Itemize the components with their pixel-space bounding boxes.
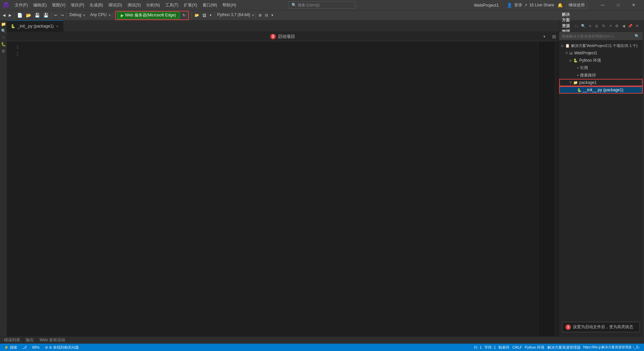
se-search-button[interactable]: 🔍 bbox=[580, 23, 586, 29]
right-panel-handle[interactable] bbox=[643, 20, 644, 336]
toolbar-img-button[interactable]: 🖼 bbox=[201, 12, 208, 19]
python-label[interactable]: Python 3.7 (64-bit) bbox=[216, 12, 252, 19]
menu-help[interactable]: 帮助(H) bbox=[220, 0, 239, 10]
editor-scrollbar[interactable] bbox=[555, 41, 559, 336]
startup-expand-button[interactable]: ⊞ bbox=[552, 34, 556, 39]
toolbar-sep-2 bbox=[51, 12, 52, 18]
status-git[interactable]: ⎇ bbox=[21, 344, 28, 351]
run-button[interactable]: ▶ Web 服务器(Microsoft Edge) bbox=[117, 12, 180, 19]
liveshare-label[interactable]: 16 Live Share bbox=[529, 3, 554, 7]
se-settings-button[interactable]: ⚙ bbox=[614, 23, 620, 29]
minimize-button[interactable]: — bbox=[595, 0, 610, 10]
status-encoding[interactable]: CRLF bbox=[511, 345, 523, 349]
toolbar-save-button[interactable]: 💾 bbox=[33, 12, 41, 19]
refresh-button[interactable]: ↻ bbox=[181, 12, 187, 19]
menu-edit[interactable]: 编辑(E) bbox=[31, 0, 49, 10]
menu-debug[interactable]: 调试(D) bbox=[106, 0, 125, 10]
activity-extensions[interactable]: ⊞ bbox=[1, 48, 6, 54]
tree-item-init-py[interactable]: 🐍 __init__.py (package1) bbox=[559, 86, 643, 94]
se-pin-button[interactable]: 📌 bbox=[627, 23, 633, 29]
toolbar-grid-button[interactable]: ⊞ bbox=[257, 12, 263, 19]
se-close-button[interactable]: ✕ bbox=[634, 23, 640, 29]
error-icon: ⊘ bbox=[45, 345, 48, 350]
toolbar-save-all-button[interactable]: 💾 bbox=[42, 12, 50, 19]
run-label: Web 服务器(Microsoft Edge) bbox=[125, 12, 176, 18]
tree-item-project[interactable]: ▽ 🗂 WebProject1 bbox=[559, 49, 643, 57]
maximize-button[interactable]: □ bbox=[610, 0, 626, 10]
se-sort-button[interactable]: ↑↓ bbox=[574, 23, 580, 29]
hint-bubble: 1 设置为启动文件后，变为高亮状态 bbox=[562, 322, 640, 332]
status-solution-link[interactable]: 解决方案资源管理器 bbox=[546, 345, 582, 350]
editor-tab-init[interactable]: 🐍 _init_.py (package1) × bbox=[7, 20, 63, 32]
status-char[interactable]: 字符: 1 bbox=[483, 345, 497, 350]
tree-item-solution[interactable]: ▷ 📋 解决方案'WebProject1'(1 个项目/共 1 个) bbox=[559, 42, 643, 49]
login-label[interactable]: 登录 bbox=[514, 2, 522, 8]
cpu-config-select[interactable]: Any CPU bbox=[89, 12, 108, 19]
code-editor[interactable] bbox=[20, 41, 538, 336]
toolbar-new-button[interactable]: 📄 bbox=[16, 12, 24, 19]
se-search-input[interactable] bbox=[562, 34, 633, 38]
se-collapse-button[interactable]: ◀ bbox=[621, 23, 627, 29]
solution-link-label: 解决方案资源管理器 bbox=[547, 345, 581, 350]
menu-analyze[interactable]: 分析(N) bbox=[144, 0, 163, 10]
menu-build[interactable]: 生成(B) bbox=[87, 0, 106, 10]
tab-close-button[interactable]: × bbox=[56, 24, 59, 29]
toolbar-redo-button[interactable]: ↪ bbox=[59, 12, 65, 19]
tab-bar: 🐍 _init_.py (package1) × bbox=[7, 20, 559, 32]
toolbar-sep-5 bbox=[192, 12, 192, 18]
url-label: https://blo.g 解决方案资源管理器 ↑_S↓ bbox=[583, 345, 640, 350]
project-name: WebProject1 bbox=[474, 3, 499, 8]
menu-view[interactable]: 视图(V) bbox=[49, 0, 68, 10]
menu-test[interactable]: 测试(S) bbox=[125, 0, 144, 10]
se-target-button[interactable]: ◎ bbox=[594, 23, 600, 29]
hint-text: 设置为启动文件后，变为高亮状态 bbox=[573, 324, 633, 330]
toolbar-undo-button[interactable]: ↩ bbox=[53, 12, 59, 19]
bottom-tab-publish[interactable]: Web 发布活动 bbox=[37, 337, 68, 344]
register-btn[interactable]: 继续使用 bbox=[566, 1, 587, 9]
bottom-tab-errors[interactable]: 错误列表 bbox=[1, 337, 23, 344]
menu-extensions[interactable]: 扩展(X) bbox=[181, 0, 200, 10]
status-indent[interactable]: 制表符 bbox=[497, 345, 511, 350]
activity-git[interactable]: ⑂ bbox=[1, 35, 6, 40]
toolbar-open-button[interactable]: 📂 bbox=[24, 12, 33, 19]
status-zoom[interactable]: 89% bbox=[31, 344, 41, 351]
search-box[interactable]: 🔍 搜索 (Ctrl+Q) bbox=[288, 1, 356, 9]
search-icon: 🔍 bbox=[291, 3, 297, 7]
toolbar-dropdown-button[interactable]: ▾ bbox=[208, 12, 213, 19]
toolbar-undo-group: ↩ ↪ bbox=[53, 12, 65, 19]
startup-dropdown[interactable]: ▾ bbox=[543, 34, 545, 39]
toolbar-forward-button[interactable]: ▶ bbox=[7, 12, 13, 19]
se-refresh-button[interactable]: ↻ bbox=[600, 23, 606, 29]
status-ready[interactable]: ⚡ 就绪 bbox=[3, 344, 18, 351]
activity-search[interactable]: 🔍 bbox=[1, 28, 6, 34]
toolbar-back-button[interactable]: ◀ bbox=[1, 12, 7, 19]
tree-item-searchpath[interactable]: • 搜索路径 bbox=[559, 71, 643, 79]
status-python-env-link[interactable]: Python 环境 bbox=[523, 345, 546, 350]
close-button[interactable]: ✕ bbox=[626, 0, 641, 10]
bell-icon[interactable]: 🔔 bbox=[557, 3, 563, 8]
status-url[interactable]: https://blo.g 解决方案资源管理器 ↑_S↓ bbox=[582, 345, 642, 350]
activity-explorer[interactable]: 📁 bbox=[1, 21, 6, 27]
tree-item-python-env[interactable]: ▷ 🐍 Python 环境 bbox=[559, 57, 643, 64]
status-errors[interactable]: ⊘ ⊘ 未找到相关问题 bbox=[44, 344, 80, 351]
run-icon: ▶ bbox=[121, 13, 124, 18]
menu-window[interactable]: 窗口(W) bbox=[200, 0, 220, 10]
toolbar-more-button[interactable]: ▾ bbox=[270, 12, 275, 19]
activity-debug[interactable]: 🐛 bbox=[1, 42, 6, 47]
se-share-button[interactable]: ↗ bbox=[607, 23, 613, 29]
debug-config-select[interactable]: Debug bbox=[68, 12, 83, 19]
status-line[interactable]: 行: 1 bbox=[473, 345, 483, 350]
tree-item-package1[interactable]: ▽ 📁 package1 bbox=[559, 79, 643, 86]
tree-item-refs[interactable]: • 引用 bbox=[559, 64, 643, 71]
menu-file[interactable]: 文件(F) bbox=[12, 0, 31, 10]
line-numbers: 1 2 bbox=[7, 41, 20, 336]
menu-project[interactable]: 项目(P) bbox=[68, 0, 87, 10]
toolbar-split-button[interactable]: ⊟ bbox=[264, 12, 269, 19]
bottom-tab-output[interactable]: 输出 bbox=[23, 337, 37, 344]
se-search-submit[interactable]: 🔍 bbox=[634, 33, 640, 39]
toolbar-folder-button[interactable]: 📂 bbox=[193, 12, 201, 19]
menu-tools[interactable]: 工具(T) bbox=[163, 0, 181, 10]
solution-expand-icon: ▷ bbox=[560, 44, 565, 48]
se-menu-button[interactable]: ≡ bbox=[587, 23, 593, 29]
line-label: 行: 1 bbox=[474, 345, 482, 350]
